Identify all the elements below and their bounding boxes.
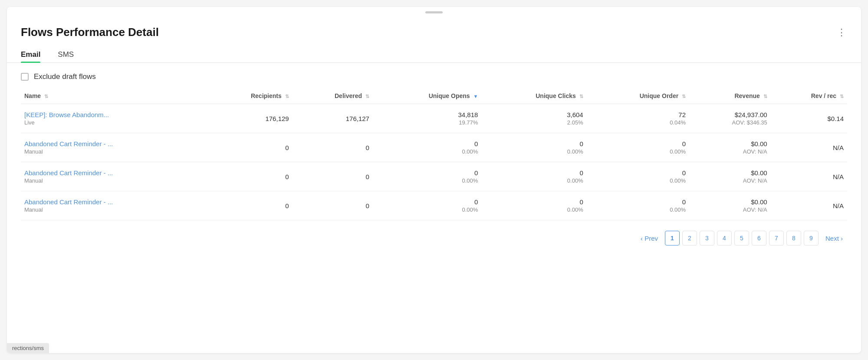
prev-button[interactable]: ‹ Prev — [636, 231, 662, 245]
cell-recipients-3: 0 — [205, 191, 292, 220]
cell-clicks-0: 3,604 2.05% — [481, 104, 586, 133]
flow-status-1: Manual — [24, 148, 202, 155]
table-row: Abandoned Cart Reminder - ... Manual 0 0… — [21, 191, 847, 220]
col-unique-clicks[interactable]: Unique Clicks ⇅ — [481, 88, 586, 104]
cell-opens-0: 34,818 19.77% — [373, 104, 481, 133]
cell-order-3: 0 0.00% — [587, 191, 689, 220]
cell-order-0: 72 0.04% — [587, 104, 689, 133]
cell-opens-3: 0 0.00% — [373, 191, 481, 220]
sort-icon-recipients: ⇅ — [285, 94, 289, 99]
sort-icon-name: ⇅ — [44, 94, 48, 99]
exclude-draft-checkbox[interactable] — [21, 73, 29, 81]
cell-name-2: Abandoned Cart Reminder - ... Manual — [21, 162, 205, 191]
table-row: [KEEP]: Browse Abandonm... Live 176,129 … — [21, 104, 847, 133]
page-6-button[interactable]: 6 — [752, 231, 766, 245]
cell-revenue-3: $0.00 AOV: N/A — [689, 191, 771, 220]
page-title: Flows Performance Detail — [21, 26, 159, 39]
cell-recipients-0: 176,129 — [205, 104, 292, 133]
cell-delivered-2: 0 — [293, 162, 373, 191]
cell-revenue-1: $0.00 AOV: N/A — [689, 133, 771, 162]
cell-name-1: Abandoned Cart Reminder - ... Manual — [21, 133, 205, 162]
cell-revenue-0: $24,937.00 AOV: $346.35 — [689, 104, 771, 133]
exclude-draft-filter[interactable]: Exclude draft flows — [21, 72, 96, 81]
url-bar: rections/sms — [7, 343, 49, 353]
page-5-button[interactable]: 5 — [734, 231, 749, 245]
flow-status-0: Live — [24, 119, 202, 126]
cell-recipients-2: 0 — [205, 162, 292, 191]
col-revenue[interactable]: Revenue ⇅ — [689, 88, 771, 104]
cell-name-3: Abandoned Cart Reminder - ... Manual — [21, 191, 205, 220]
table-header-row: Name ⇅ Recipients ⇅ Delivered ⇅ Unique O… — [21, 88, 847, 104]
cell-revenue-2: $0.00 AOV: N/A — [689, 162, 771, 191]
page-8-button[interactable]: 8 — [786, 231, 801, 245]
cell-order-2: 0 0.00% — [587, 162, 689, 191]
cell-delivered-0: 176,127 — [293, 104, 373, 133]
panel-header: Flows Performance Detail ⋮ — [7, 13, 861, 39]
cell-order-1: 0 0.00% — [587, 133, 689, 162]
flow-name-link-2[interactable]: Abandoned Cart Reminder - ... — [24, 169, 202, 177]
cell-rev-rec-0: $0.14 — [771, 104, 847, 133]
sort-icon-rev-rec: ⇅ — [840, 94, 844, 99]
cell-rev-rec-3: N/A — [771, 191, 847, 220]
cell-delivered-3: 0 — [293, 191, 373, 220]
flows-table: Name ⇅ Recipients ⇅ Delivered ⇅ Unique O… — [21, 88, 847, 220]
tab-bar: Email SMS — [7, 47, 861, 63]
cell-rev-rec-2: N/A — [771, 162, 847, 191]
page-2-button[interactable]: 2 — [682, 231, 697, 245]
cell-opens-1: 0 0.00% — [373, 133, 481, 162]
col-delivered[interactable]: Delivered ⇅ — [293, 88, 373, 104]
next-button[interactable]: Next › — [821, 231, 847, 245]
col-unique-opens[interactable]: Unique Opens ▼ — [373, 88, 481, 104]
cell-delivered-1: 0 — [293, 133, 373, 162]
sort-icon-opens: ▼ — [473, 94, 478, 99]
flow-name-link-1[interactable]: Abandoned Cart Reminder - ... — [24, 140, 202, 147]
page-4-button[interactable]: 4 — [717, 231, 732, 245]
col-rev-rec[interactable]: Rev / rec ⇅ — [771, 88, 847, 104]
sort-icon-clicks: ⇅ — [579, 94, 583, 99]
flow-name-link-3[interactable]: Abandoned Cart Reminder - ... — [24, 198, 202, 206]
cell-opens-2: 0 0.00% — [373, 162, 481, 191]
flow-name-link-0[interactable]: [KEEP]: Browse Abandonm... — [24, 111, 202, 118]
flow-status-3: Manual — [24, 206, 202, 213]
cell-recipients-1: 0 — [205, 133, 292, 162]
sort-icon-order: ⇅ — [682, 94, 686, 99]
col-recipients[interactable]: Recipients ⇅ — [205, 88, 292, 104]
pagination: ‹ Prev 1 2 3 4 5 6 7 8 9 Next › — [7, 220, 861, 256]
filter-row: Exclude draft flows — [7, 63, 861, 88]
cell-clicks-1: 0 0.00% — [481, 133, 586, 162]
table-container: Name ⇅ Recipients ⇅ Delivered ⇅ Unique O… — [7, 88, 861, 220]
page-9-button[interactable]: 9 — [804, 231, 819, 245]
cell-clicks-2: 0 0.00% — [481, 162, 586, 191]
cell-rev-rec-1: N/A — [771, 133, 847, 162]
sort-icon-delivered: ⇅ — [365, 94, 369, 99]
more-menu-icon[interactable]: ⋮ — [837, 27, 847, 38]
cell-name-0: [KEEP]: Browse Abandonm... Live — [21, 104, 205, 133]
table-row: Abandoned Cart Reminder - ... Manual 0 0… — [21, 162, 847, 191]
col-unique-order[interactable]: Unique Order ⇅ — [587, 88, 689, 104]
sort-icon-revenue: ⇅ — [763, 94, 767, 99]
tab-email[interactable]: Email — [21, 47, 40, 62]
table-row: Abandoned Cart Reminder - ... Manual 0 0… — [21, 133, 847, 162]
cell-clicks-3: 0 0.00% — [481, 191, 586, 220]
page-1-button[interactable]: 1 — [665, 231, 680, 245]
main-panel: Flows Performance Detail ⋮ Email SMS Exc… — [7, 7, 861, 353]
exclude-draft-label: Exclude draft flows — [34, 72, 96, 81]
page-3-button[interactable]: 3 — [700, 231, 714, 245]
flow-status-2: Manual — [24, 177, 202, 184]
col-name[interactable]: Name ⇅ — [21, 88, 205, 104]
page-7-button[interactable]: 7 — [769, 231, 784, 245]
table-body: [KEEP]: Browse Abandonm... Live 176,129 … — [21, 104, 847, 220]
tab-sms[interactable]: SMS — [58, 47, 74, 62]
